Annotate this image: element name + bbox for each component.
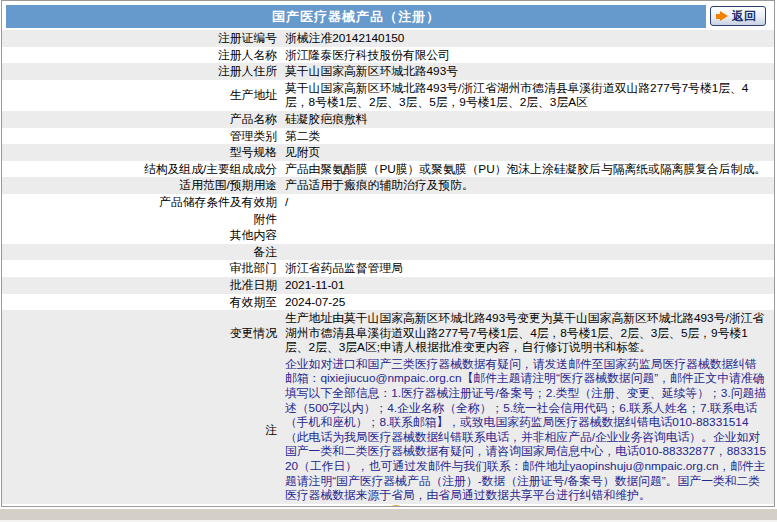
row-label: 附件 <box>2 212 285 227</box>
table-row: 适用范围/预期用途 产品适用于瘢痕的辅助治疗及预防。 <box>2 177 774 194</box>
arrow-right-icon <box>720 11 728 21</box>
footer: 返回 <box>2 506 774 507</box>
row-label: 管理类别 <box>2 129 285 144</box>
row-value: 生产地址由莫干山国家高新区环城北路493号变更为莫干山国家高新区环城北路493号… <box>285 311 774 355</box>
row-value: 2021-11-01 <box>285 278 774 293</box>
return-button[interactable]: 返回 <box>367 505 409 507</box>
row-label: 批准日期 <box>2 278 285 293</box>
row-label: 有效期至 <box>2 295 285 310</box>
row-label: 注 <box>2 423 285 438</box>
row-label: 结构及组成/主要组成成分 <box>2 162 285 177</box>
row-value: 2024-07-25 <box>285 295 774 310</box>
row-label: 备注 <box>2 245 285 260</box>
table-row: 备注 <box>2 244 774 261</box>
row-label: 审批部门 <box>2 261 285 276</box>
row-value: 莫干山国家高新区环城北路493号/浙江省湖州市德清县阜溪街道双山路277号7号楼… <box>285 81 774 110</box>
row-value: 第二类 <box>285 129 774 144</box>
row-value: 浙江省药品监督管理局 <box>285 261 774 276</box>
table-row: 批准日期 2021-11-01 <box>2 277 774 294</box>
table-row: 审批部门 浙江省药品监督管理局 <box>2 260 774 277</box>
row-value: 浙江隆泰医疗科技股份有限公司 <box>285 48 774 63</box>
row-label: 产品储存条件及有效期 <box>2 195 285 210</box>
row-value: 见附页 <box>285 145 774 160</box>
header: 国产医疗器械产品（注册） 返回 <box>6 5 770 28</box>
row-label: 其他内容 <box>2 228 285 243</box>
row-value: / <box>285 195 774 210</box>
row-value: 浙械注准20142140150 <box>285 31 774 46</box>
table-row: 变更情况 生产地址由莫干山国家高新区环城北路493号变更为莫干山国家高新区环城北… <box>2 310 774 356</box>
bottom-strip <box>0 509 777 522</box>
row-label: 注册人名称 <box>2 48 285 63</box>
table-row: 附件 <box>2 211 774 228</box>
page-title: 国产医疗器械产品（注册） <box>272 8 440 26</box>
table-row: 注册证编号 浙械注准20142140150 <box>2 30 774 47</box>
back-button[interactable]: 返回 <box>710 6 766 26</box>
page-frame: 国产医疗器械产品（注册） 返回 注册证编号 浙械注准20142140150 注册… <box>1 0 775 507</box>
row-value: 产品适用于瘢痕的辅助治疗及预防。 <box>285 178 774 193</box>
row-label: 注册人住所 <box>2 64 285 79</box>
row-value: 企业如对进口和国产三类医疗器械数据有疑问，请发送邮件至国家药监局医疗器械数据纠错… <box>285 357 774 503</box>
table-row: 结构及组成/主要组成成分 产品由聚氨酯膜（PU膜）或聚氨膜（PU）泡沫上涂硅凝胶… <box>2 161 774 178</box>
table-row: 生产地址 莫干山国家高新区环城北路493号/浙江省湖州市德清县阜溪街道双山路27… <box>2 80 774 111</box>
row-label: 变更情况 <box>2 326 285 341</box>
row-value: 产品由聚氨酯膜（PU膜）或聚氨膜（PU）泡沫上涂硅凝胶后与隔离纸或隔离膜复合后制… <box>285 162 774 177</box>
table-row: 有效期至 2024-07-25 <box>2 294 774 311</box>
table-row: 管理类别 第二类 <box>2 128 774 145</box>
table-row: 注 企业如对进口和国产三类医疗器械数据有疑问，请发送邮件至国家药监局医疗器械数据… <box>2 356 774 504</box>
table-row: 注册人住所 莫干山国家高新区环城北路493号 <box>2 63 774 80</box>
row-value: 莫干山国家高新区环城北路493号 <box>285 64 774 79</box>
row-value: 硅凝胶疤痕敷料 <box>285 112 774 127</box>
table-row: 产品储存条件及有效期 / <box>2 194 774 211</box>
registration-table: 注册证编号 浙械注准20142140150 注册人名称 浙江隆泰医疗科技股份有限… <box>2 30 774 504</box>
row-label: 型号规格 <box>2 145 285 160</box>
row-label: 生产地址 <box>2 88 285 103</box>
table-row: 其他内容 <box>2 227 774 244</box>
table-row: 注册人名称 浙江隆泰医疗科技股份有限公司 <box>2 47 774 64</box>
table-row: 产品名称 硅凝胶疤痕敷料 <box>2 111 774 128</box>
row-label: 适用范围/预期用途 <box>2 178 285 193</box>
row-label: 产品名称 <box>2 112 285 127</box>
orange-ball-icon <box>383 505 409 507</box>
table-row: 型号规格 见附页 <box>2 144 774 161</box>
row-label: 注册证编号 <box>2 31 285 46</box>
header-bar: 国产医疗器械产品（注册） <box>6 5 706 28</box>
back-button-label: 返回 <box>732 8 756 25</box>
